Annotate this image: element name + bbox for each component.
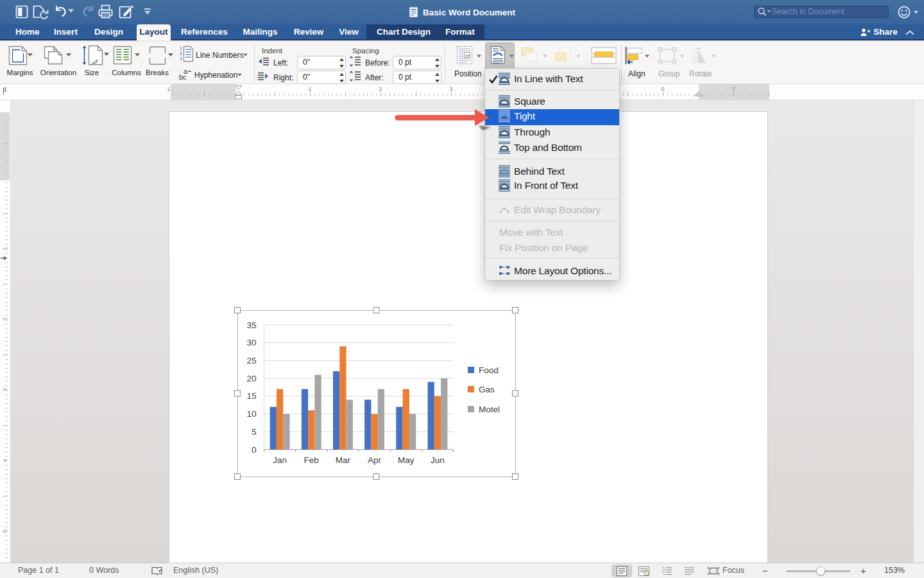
svg-text:2: 2 — [180, 51, 182, 56]
svg-text:0: 0 — [252, 445, 257, 455]
svg-text:1: 1 — [180, 46, 182, 51]
svg-text:2: 2 — [379, 85, 382, 92]
svg-text:6: 6 — [661, 85, 664, 92]
svg-text:Apr: Apr — [368, 455, 382, 465]
svg-text:a: a — [184, 67, 188, 75]
svg-text:May: May — [398, 455, 415, 465]
svg-text:1: 1 — [167, 85, 170, 92]
svg-text:5: 5 — [252, 427, 257, 437]
svg-text:2: 2 — [1, 317, 8, 320]
svg-text:Food: Food — [479, 365, 499, 375]
svg-text:Jan: Jan — [273, 455, 287, 465]
svg-text:3: 3 — [449, 85, 452, 92]
svg-text:Feb: Feb — [304, 455, 319, 465]
svg-text:5: 5 — [1, 529, 8, 532]
svg-text:30: 30 — [246, 338, 256, 347]
svg-text:Motel: Motel — [479, 405, 500, 414]
svg-text:Jun: Jun — [431, 455, 445, 465]
svg-text:1: 1 — [1, 247, 8, 250]
svg-text:Gas: Gas — [479, 385, 495, 394]
svg-text:7: 7 — [732, 85, 735, 92]
svg-text:3: 3 — [1, 388, 8, 391]
svg-text:35: 35 — [246, 320, 256, 330]
svg-text:10: 10 — [246, 409, 256, 419]
svg-text:Mar: Mar — [336, 455, 351, 465]
svg-text:4: 4 — [1, 459, 8, 462]
svg-text:20: 20 — [246, 374, 256, 383]
svg-text:3: 3 — [180, 57, 182, 61]
svg-text:25: 25 — [246, 356, 256, 365]
svg-text:15: 15 — [246, 391, 256, 401]
svg-text:1: 1 — [308, 85, 311, 92]
